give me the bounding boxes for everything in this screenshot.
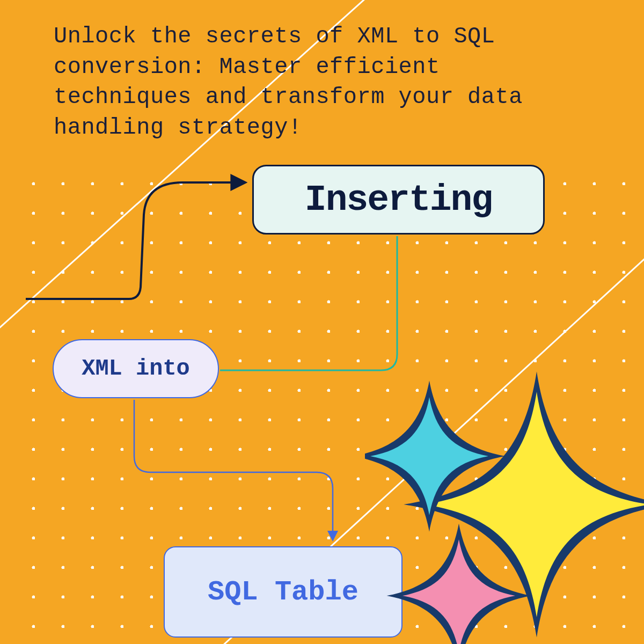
page-heading: Unlock the secrets of XML to SQL convers… — [54, 21, 590, 143]
sparkles-decoration — [365, 365, 644, 644]
node-sql-label: SQL Table — [208, 576, 358, 608]
node-xml-into: XML into — [53, 339, 219, 398]
node-inserting-label: Inserting — [305, 179, 492, 221]
node-xml-label: XML into — [82, 356, 190, 382]
node-inserting: Inserting — [252, 165, 545, 235]
